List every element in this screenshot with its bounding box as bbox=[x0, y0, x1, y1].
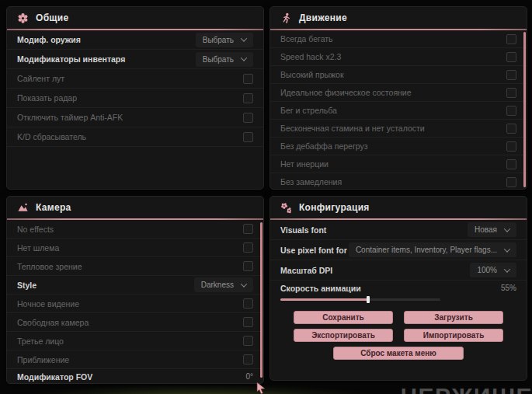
inventory-mods-value: Выбрать bbox=[203, 55, 234, 64]
inventory-mods-dropdown[interactable]: Выбрать bbox=[196, 52, 253, 67]
panel-title: Общие bbox=[36, 12, 68, 23]
game-background-glow bbox=[31, 385, 373, 394]
perfect-physical-condition-checkbox[interactable] bbox=[506, 88, 516, 98]
thermal-vision-checkbox[interactable] bbox=[243, 261, 253, 271]
row-high-jump[interactable]: Высокий прыжок bbox=[270, 66, 527, 84]
panel-configuration: Конфигурация Visuals fontНоваяUse pixel … bbox=[269, 196, 527, 381]
always-run-checkbox[interactable] bbox=[506, 34, 516, 44]
row-no-effects[interactable]: No effects bbox=[7, 220, 263, 239]
animation-speed-slider-track[interactable] bbox=[280, 298, 440, 301]
export-button[interactable]: Экспортировать bbox=[294, 329, 393, 342]
no-inertia-checkbox[interactable] bbox=[506, 159, 516, 169]
row-speed-hack[interactable]: Speed hack x2.3 bbox=[270, 48, 527, 66]
no-overload-debuff-checkbox[interactable] bbox=[506, 141, 516, 152]
dpi-scale-dropdown[interactable]: 100% bbox=[470, 263, 516, 277]
animation-speed-slider-handle[interactable] bbox=[367, 296, 370, 303]
panel-title: Конфигурация bbox=[299, 202, 370, 213]
silent-loot-checkbox[interactable] bbox=[243, 74, 253, 84]
row-label-fov-modifier: Модификатор FOV bbox=[17, 372, 92, 382]
row-show-radar[interactable]: Показать радар bbox=[7, 89, 263, 108]
dpi-scale-value: 100% bbox=[477, 266, 497, 274]
animation-speed-slider-row bbox=[270, 295, 527, 304]
row-perfect-physical-condition[interactable]: Идеальное физическое состояние bbox=[270, 84, 527, 102]
panel-camera: Камера No effectsНет шлемаТепловое зрени… bbox=[6, 196, 264, 384]
row-no-slowdown[interactable]: Без замедления bbox=[270, 173, 527, 190]
row-night-vision[interactable]: Ночное видение bbox=[7, 295, 263, 313]
infinite-stamina-checkbox[interactable] bbox=[506, 124, 516, 134]
row-anti-afk-timer[interactable]: Отключить таймер Anti-AFK bbox=[7, 108, 263, 127]
no-slowdown-checkbox[interactable] bbox=[506, 177, 516, 187]
chevron-down-icon bbox=[504, 266, 510, 272]
show-radar-checkbox[interactable] bbox=[243, 93, 253, 103]
load-button[interactable]: Загрузить bbox=[404, 311, 503, 324]
row-free-camera[interactable]: Свободная камера bbox=[7, 313, 263, 332]
row-label-high-jump: Высокий прыжок bbox=[280, 70, 344, 79]
reset-menu-layout-button[interactable]: Сброс макета меню bbox=[333, 347, 464, 360]
camera-scrollbar[interactable] bbox=[260, 222, 263, 378]
row-inventory-mods: Модификаторы инвентаряВыбрать bbox=[7, 50, 263, 69]
row-always-run[interactable]: Всегда бегать bbox=[270, 30, 527, 48]
row-weapon-mod: Модиф. оружияВыбрать bbox=[7, 30, 263, 50]
panel-movement: Движение Всегда бегатьSpeed hack x2.3Выс… bbox=[269, 6, 527, 190]
style-dropdown[interactable]: Darkness bbox=[194, 277, 253, 292]
row-dpi-scale: Масштаб DPI100% bbox=[270, 260, 527, 281]
row-thermal-vision[interactable]: Тепловое зрение bbox=[7, 257, 263, 276]
third-person-checkbox[interactable] bbox=[243, 336, 253, 346]
no-effects-checkbox[interactable] bbox=[243, 224, 253, 234]
row-infinite-stamina[interactable]: Бесконечная стамина и нет усталости bbox=[270, 120, 527, 138]
image-icon bbox=[17, 202, 29, 214]
row-label-show-radar: Показать радар bbox=[17, 93, 77, 103]
row-label-animation-speed: Скорость анимации bbox=[280, 284, 361, 293]
import-button[interactable]: Импортировать bbox=[404, 329, 503, 342]
chevron-down-icon bbox=[241, 281, 247, 287]
row-no-overload-debuff[interactable]: Без дебаффа перегруз bbox=[270, 138, 527, 155]
kd-resetter-checkbox[interactable] bbox=[243, 132, 253, 142]
row-label-inventory-mods: Модификаторы инвентаря bbox=[17, 54, 125, 64]
row-silent-loot[interactable]: Сайлент лут bbox=[7, 69, 263, 89]
watermark-text: ЧЕРЖИШЕ bbox=[401, 383, 532, 394]
row-no-helmet[interactable]: Нет шлема bbox=[7, 239, 263, 257]
animation-speed-slider-fill bbox=[280, 298, 368, 301]
row-label-style: Style bbox=[17, 281, 37, 290]
row-third-person[interactable]: Третье лицо bbox=[7, 332, 263, 350]
high-jump-checkbox[interactable] bbox=[506, 70, 516, 80]
row-run-and-shoot[interactable]: Бег и стрельба bbox=[270, 102, 527, 120]
row-label-run-and-shoot: Бег и стрельба bbox=[280, 106, 337, 115]
row-fov-modifier: Модификатор FOV0° bbox=[7, 369, 263, 384]
panel-title: Камера bbox=[36, 202, 71, 213]
button-row: Сброс макета меню bbox=[270, 347, 527, 360]
zoom-checkbox[interactable] bbox=[243, 354, 253, 364]
mouse-cursor-icon bbox=[256, 382, 266, 394]
row-zoom[interactable]: Приближение bbox=[7, 350, 263, 369]
visuals-font-dropdown[interactable]: Новая bbox=[468, 222, 516, 237]
row-no-inertia[interactable]: Нет инерции bbox=[270, 155, 527, 173]
panel-title: Движение bbox=[299, 12, 347, 23]
movement-scrollbar[interactable] bbox=[523, 32, 526, 187]
use-pixel-font-for-value: Container items, Inventory, Player flags… bbox=[356, 246, 497, 254]
row-label-use-pixel-font-for: Use pixel font for bbox=[280, 246, 347, 255]
weapon-mod-dropdown[interactable]: Выбрать bbox=[196, 33, 253, 47]
row-label-kd-resetter: K/D сбрасыватель bbox=[17, 132, 86, 141]
chevron-down-icon bbox=[504, 246, 510, 252]
runner-icon bbox=[280, 12, 292, 24]
row-label-visuals-font: Visuals font bbox=[280, 225, 326, 235]
no-helmet-checkbox[interactable] bbox=[243, 242, 253, 253]
free-camera-checkbox[interactable] bbox=[243, 317, 253, 327]
button-row: СохранитьЗагрузить bbox=[270, 311, 527, 324]
use-pixel-font-for-dropdown[interactable]: Container items, Inventory, Player flags… bbox=[349, 242, 516, 257]
speed-hack-checkbox[interactable] bbox=[506, 52, 516, 62]
row-label-no-slowdown: Без замедления bbox=[280, 177, 342, 187]
row-label-zoom: Приближение bbox=[17, 355, 69, 364]
panel-general-header: Общие bbox=[7, 7, 263, 29]
row-style: StyleDarkness bbox=[7, 276, 263, 295]
row-label-no-effects: No effects bbox=[17, 225, 54, 234]
fov-modifier-value: 0° bbox=[245, 372, 253, 381]
row-kd-resetter[interactable]: K/D сбрасыватель bbox=[7, 127, 263, 147]
chevron-down-icon bbox=[241, 54, 247, 61]
gears-icon bbox=[280, 202, 292, 214]
run-and-shoot-checkbox[interactable] bbox=[506, 106, 516, 116]
night-vision-checkbox[interactable] bbox=[243, 298, 253, 309]
anti-afk-timer-checkbox[interactable] bbox=[243, 113, 253, 123]
save-button[interactable]: Сохранить bbox=[294, 311, 393, 324]
row-label-no-inertia: Нет инерции bbox=[280, 159, 329, 169]
